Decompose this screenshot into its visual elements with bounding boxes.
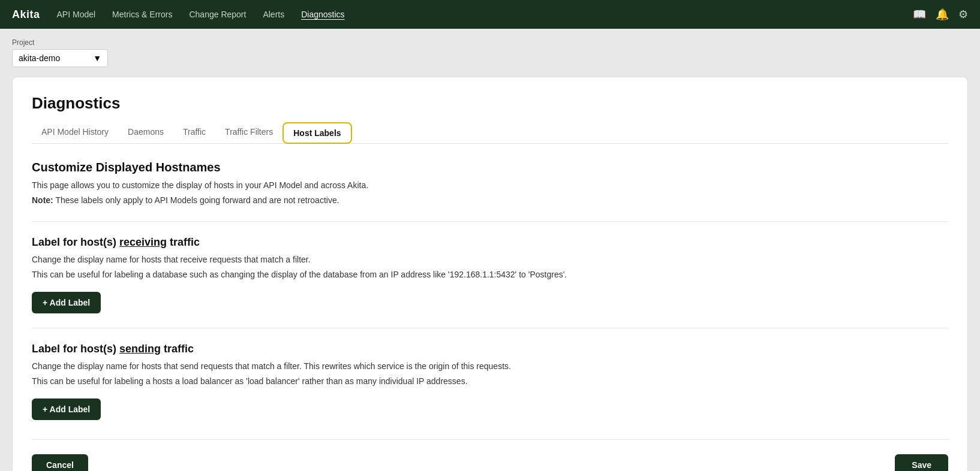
page-wrapper: Project akita-demo ▼ Diagnostics API Mod… — [0, 29, 980, 471]
nav-diagnostics[interactable]: Diagnostics — [301, 10, 344, 19]
receiving-desc2: This can be useful for labeling a databa… — [32, 268, 948, 281]
receiving-heading-post: traffic — [167, 236, 200, 248]
sending-desc2: This can be useful for labeling a hosts … — [32, 375, 948, 388]
add-sending-label-button[interactable]: + Add Label — [32, 398, 101, 420]
nav-change-report[interactable]: Change Report — [189, 10, 246, 19]
sending-heading-post: traffic — [161, 343, 194, 355]
sending-heading: Label for host(s) sending traffic — [32, 343, 948, 355]
receiving-heading-underline: receiving — [119, 236, 167, 248]
chevron-down-icon: ▼ — [93, 53, 101, 63]
nav-alerts[interactable]: Alerts — [263, 10, 284, 19]
add-receiving-label-button[interactable]: + Add Label — [32, 292, 101, 313]
main-card: Diagnostics API Model History Daemons Tr… — [12, 77, 968, 471]
project-label: Project — [12, 38, 968, 47]
divider-1 — [32, 221, 948, 222]
nav-api-model[interactable]: API Model — [57, 10, 96, 19]
brand-logo: Akita — [12, 8, 40, 21]
navbar: Akita API Model Metrics & Errors Change … — [0, 0, 980, 29]
tab-daemons[interactable]: Daemons — [118, 122, 173, 144]
navbar-right: 📖 🔔 ⚙ — [913, 8, 968, 21]
receiving-desc1: Change the display name for hosts that r… — [32, 253, 948, 266]
sending-heading-underline: sending — [119, 343, 161, 355]
divider-2 — [32, 328, 948, 328]
project-selected-value: akita-demo — [19, 53, 60, 63]
page-title: Diagnostics — [32, 94, 948, 113]
cancel-button[interactable]: Cancel — [32, 454, 88, 471]
note-rest: These labels only apply to API Models go… — [53, 195, 339, 205]
nav-metrics-errors[interactable]: Metrics & Errors — [112, 10, 172, 19]
receiving-heading: Label for host(s) receiving traffic — [32, 236, 948, 249]
sending-desc1: Change the display name for hosts that s… — [32, 360, 948, 373]
tab-api-model-history[interactable]: API Model History — [32, 122, 118, 144]
section-note: Note: These labels only apply to API Mod… — [32, 194, 948, 207]
receiving-heading-pre: Label for host(s) — [32, 236, 119, 248]
section-desc: This page allows you to customize the di… — [32, 179, 948, 192]
receiving-section: Label for host(s) receiving traffic Chan… — [32, 236, 948, 313]
footer-actions: Cancel Save — [32, 439, 948, 471]
project-dropdown[interactable]: akita-demo ▼ — [12, 49, 108, 67]
book-icon[interactable]: 📖 — [913, 8, 926, 21]
tabs-bar: API Model History Daemons Traffic Traffi… — [32, 122, 948, 144]
bell-icon[interactable]: 🔔 — [936, 8, 949, 21]
sending-section: Label for host(s) sending traffic Change… — [32, 343, 948, 420]
sending-heading-pre: Label for host(s) — [32, 343, 119, 355]
note-bold: Note: — [32, 195, 53, 205]
tab-traffic[interactable]: Traffic — [173, 122, 215, 144]
tab-traffic-filters[interactable]: Traffic Filters — [215, 122, 282, 144]
gear-icon[interactable]: ⚙ — [958, 8, 968, 21]
save-button[interactable]: Save — [895, 454, 948, 471]
section-title: Customize Displayed Hostnames — [32, 161, 948, 174]
tab-host-labels[interactable]: Host Labels — [282, 122, 351, 144]
